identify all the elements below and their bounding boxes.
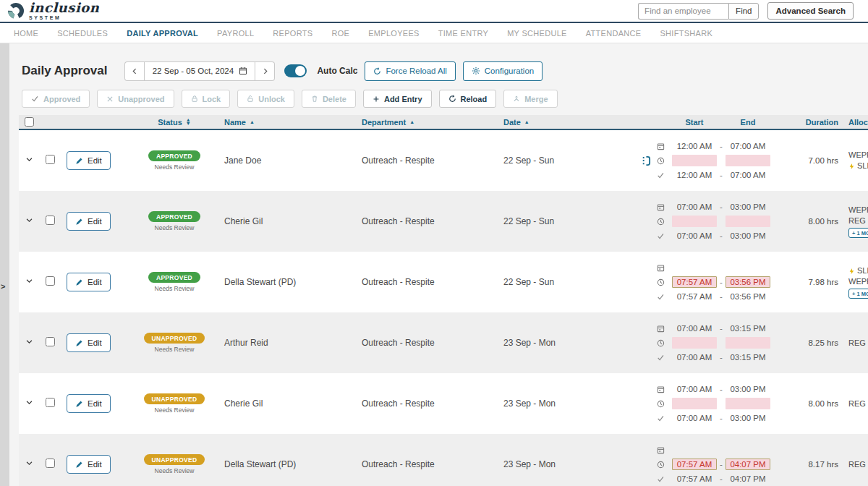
approved-times: 12:00 AM - 07:00 AM — [655, 168, 801, 182]
header-date[interactable]: Date▲ — [503, 118, 637, 127]
clock-end-field[interactable] — [726, 216, 770, 227]
header-department[interactable]: Department▲ — [362, 118, 503, 127]
row-checkbox[interactable] — [46, 459, 55, 468]
allocation-line: REG (8 — [848, 398, 868, 409]
nav-item[interactable]: REPORTS — [263, 29, 322, 38]
clock-end-field[interactable] — [726, 155, 770, 166]
nav-item[interactable]: DAILY APPROVAL — [117, 29, 208, 38]
clock-start-field[interactable] — [672, 337, 717, 349]
edit-button[interactable]: Edit — [67, 455, 111, 474]
edit-button[interactable]: Edit — [67, 151, 111, 170]
edit-button[interactable]: Edit — [67, 394, 111, 413]
clock-end-field[interactable] — [726, 337, 770, 349]
toolbar-button-unlock[interactable]: Unlock — [237, 90, 294, 108]
clocked-times: 07:57 AM - 03:56 PM — [655, 275, 801, 289]
toolbar-button-unapproved[interactable]: Unapproved — [97, 90, 174, 108]
department: Outreach - Respite — [362, 216, 503, 226]
toolbar-button-add-entry[interactable]: Add Entry — [363, 90, 432, 108]
clock-start-field[interactable] — [672, 216, 717, 227]
clocked-times: - — [655, 214, 801, 229]
toolbar-button-delete[interactable]: Delete — [302, 90, 356, 108]
row-expand-chevron-icon[interactable] — [25, 277, 33, 285]
calendar-icon — [655, 142, 666, 150]
pencil-icon — [75, 461, 83, 469]
pencil-icon — [75, 218, 83, 226]
toolbar-button-icon — [191, 95, 198, 103]
clock-start-field[interactable]: 07:57 AM — [672, 276, 717, 288]
sidebar-expand-chevron-icon[interactable]: > — [1, 282, 5, 291]
select-all-checkbox[interactable] — [25, 117, 34, 127]
pencil-icon — [75, 339, 83, 347]
find-button[interactable]: Find — [728, 3, 759, 20]
status-note: Needs Review — [155, 406, 195, 414]
clock-icon — [655, 461, 666, 469]
clock-start-field[interactable] — [672, 398, 717, 409]
row-checkbox[interactable] — [46, 337, 55, 346]
edit-button[interactable]: Edit — [67, 273, 111, 291]
next-period-button[interactable] — [255, 61, 275, 81]
advanced-search-button[interactable]: Advanced Search — [767, 2, 854, 20]
nav-item[interactable]: ROE — [322, 29, 359, 38]
row-expand-chevron-icon[interactable] — [25, 338, 33, 346]
row-expand-chevron-icon[interactable] — [25, 155, 33, 163]
row-expand-chevron-icon[interactable] — [25, 398, 33, 406]
auto-calc-toggle[interactable] — [284, 64, 307, 77]
nav-item[interactable]: MY SCHEDULE — [498, 29, 576, 38]
allocation-line: REG (8 — [848, 459, 868, 470]
nav-item[interactable]: SCHEDULES — [48, 29, 117, 38]
header-name[interactable]: Name▲ — [224, 118, 362, 127]
nav-item[interactable]: SHIFTSHARK — [650, 29, 722, 38]
more-allocations-badge[interactable]: + 1 MORE — [848, 289, 868, 299]
prev-period-button[interactable] — [124, 61, 144, 81]
row-checkbox[interactable] — [46, 216, 55, 225]
toolbar-button-reload[interactable]: Reload — [439, 90, 497, 108]
more-allocations-badge[interactable]: + 1 MORE — [848, 228, 868, 238]
zap-icon — [848, 163, 855, 170]
toolbar-button-label: Add Entry — [384, 95, 422, 103]
clock-icon — [655, 218, 666, 226]
nav-item[interactable]: TIME ENTRY — [429, 29, 498, 38]
shift-date: 23 Sep - Mon — [503, 338, 637, 348]
edit-button[interactable]: Edit — [67, 333, 111, 352]
toolbar-button-label: Unlock — [258, 95, 285, 103]
status-badge: UNAPPROVED — [144, 393, 205, 404]
status-note: Needs Review — [155, 467, 195, 474]
header-status[interactable]: Status ▲▼ — [124, 118, 224, 127]
nav-item[interactable]: ATTENDANCE — [576, 29, 651, 38]
clock-end-field[interactable]: 03:56 PM — [726, 276, 770, 288]
page-action-button[interactable]: Force Reload All — [365, 61, 455, 81]
search-input[interactable] — [638, 3, 728, 20]
nav-item[interactable]: HOME — [4, 29, 48, 38]
times: - 07:57 AM - 03:56 PM 07:57 AM - 03:56 P… — [655, 260, 801, 304]
page-action-button[interactable]: Configuration — [463, 61, 542, 81]
department: Outreach - Respite — [362, 338, 503, 348]
brand-name: inclusion — [29, 1, 99, 14]
row-checkbox[interactable] — [46, 276, 55, 286]
date-range-value[interactable]: 22 Sep - 05 Oct, 2024 — [144, 61, 255, 81]
clock-start-field[interactable] — [672, 155, 717, 166]
scheduled-times: 07:00 AM - 03:00 PM — [655, 382, 801, 396]
row-expand-chevron-icon[interactable] — [25, 459, 33, 467]
approved-times: 07:00 AM - 03:00 PM — [655, 411, 801, 425]
toolbar-button-lock[interactable]: Lock — [182, 90, 231, 108]
row-checkbox[interactable] — [46, 398, 55, 407]
edit-button[interactable]: Edit — [67, 212, 111, 231]
clock-end-field[interactable] — [726, 398, 770, 409]
check-icon — [655, 171, 666, 179]
row-checkbox[interactable] — [46, 155, 55, 164]
left-rail: > — [0, 43, 9, 486]
nav-item[interactable]: PAYROLL — [208, 29, 263, 38]
table-row: Edit UNAPPROVED Needs Review Cherie Gil … — [19, 373, 868, 434]
employee-name: Della Stewart (PD) — [224, 459, 362, 469]
clock-end-field[interactable]: 04:07 PM — [726, 459, 770, 470]
nav-item[interactable]: EMPLOYEES — [359, 29, 429, 38]
toolbar-button-approved[interactable]: Approved — [22, 90, 90, 108]
approved-times: 07:57 AM - 04:07 PM — [655, 472, 801, 486]
row-expand-chevron-icon[interactable] — [25, 216, 33, 224]
toolbar-button-merge[interactable]: Merge — [503, 90, 557, 108]
clock-start-field[interactable]: 07:57 AM — [672, 459, 717, 470]
sort-icon: ▲▼ — [186, 119, 191, 125]
scheduled-times: - — [655, 443, 801, 457]
status-note: Needs Review — [155, 285, 195, 292]
calendar-icon — [239, 67, 247, 75]
